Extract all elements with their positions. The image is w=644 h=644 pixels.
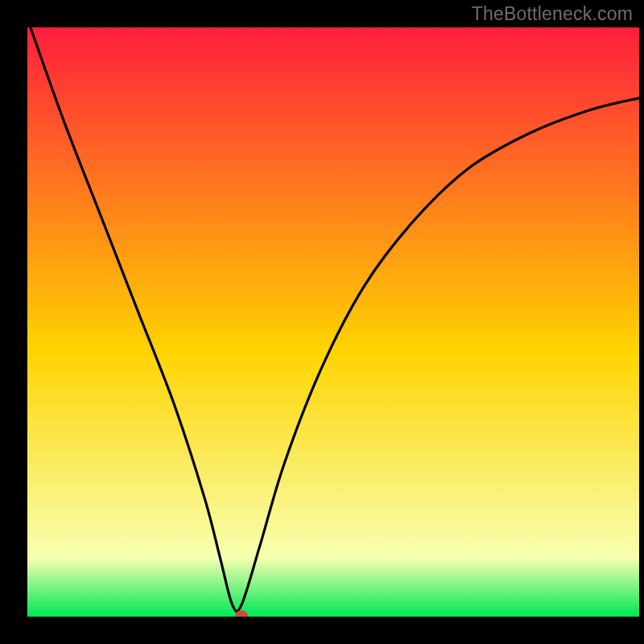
- gradient-background: [27, 27, 639, 617]
- plot-svg: [27, 27, 639, 617]
- chart-frame: TheBottleneck.com: [0, 0, 644, 644]
- watermark-text: TheBottleneck.com: [472, 3, 633, 25]
- plot-area: [27, 27, 639, 617]
